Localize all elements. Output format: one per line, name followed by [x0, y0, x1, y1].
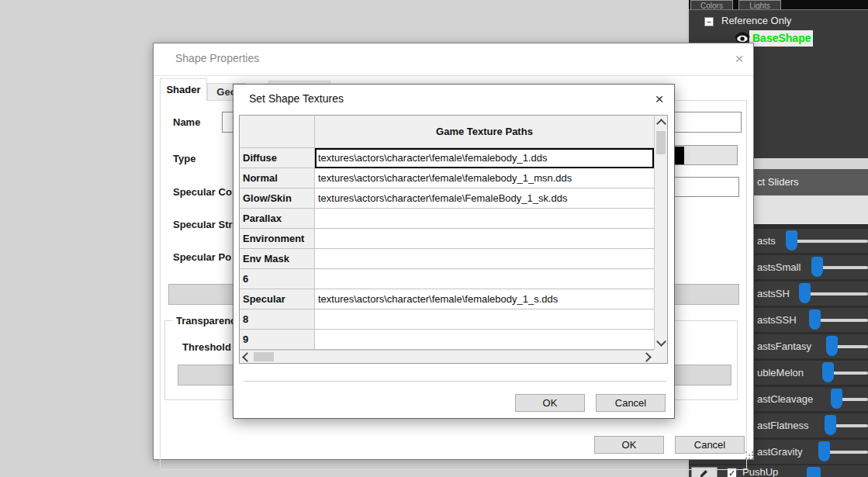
dialog-title: Set Shape Textures — [249, 92, 344, 105]
cancel-button[interactable]: Cancel — [675, 436, 745, 454]
transparency-group-label: Transparenc — [173, 315, 239, 327]
slider-label: astsSmall — [757, 255, 801, 279]
dialog-title: Shape Properties — [175, 52, 259, 64]
close-icon[interactable]: × — [652, 92, 666, 106]
slider-label: astsSH — [757, 282, 790, 306]
scroll-right-icon[interactable] — [641, 352, 652, 362]
row-header[interactable]: Normal — [240, 168, 315, 188]
texture-grid: Game Texture Paths Diffuse textures\acto… — [239, 115, 668, 364]
ok-button[interactable]: OK — [515, 394, 585, 412]
slider-track[interactable] — [832, 372, 868, 375]
slider-label: astGravity — [757, 440, 803, 464]
scroll-left-icon[interactable] — [242, 352, 252, 362]
slider-thumb[interactable] — [831, 389, 842, 409]
tab-shader[interactable]: Shader — [160, 78, 207, 101]
texture-path-cell[interactable] — [315, 309, 654, 330]
slider-label: PushUp — [742, 466, 778, 477]
slider-track[interactable] — [836, 345, 868, 348]
shape-name-label[interactable]: BaseShape — [752, 32, 811, 44]
texture-path-cell[interactable]: textures\actors\character\female\femaleb… — [315, 168, 654, 188]
slider-thumb[interactable] — [822, 362, 834, 382]
grid-header-row: Game Texture Paths — [240, 116, 654, 148]
table-row: 9 — [240, 330, 654, 350]
table-row: Specular textures\actors\character\femal… — [240, 289, 654, 309]
texture-path-cell[interactable] — [315, 209, 654, 229]
table-row: Diffuse textures\actors\character\female… — [240, 148, 654, 168]
close-icon[interactable]: × — [732, 52, 746, 66]
specular-strength-label: Specular Str — [173, 219, 233, 230]
titlebar-separator — [154, 75, 753, 76]
slider-track[interactable] — [835, 424, 868, 427]
texture-path-cell[interactable] — [315, 330, 654, 350]
slider-track[interactable] — [841, 398, 868, 401]
slider-thumb[interactable] — [818, 441, 830, 461]
row-header[interactable]: Glow/Skin — [240, 188, 315, 209]
threshold-label: Threshold — [182, 341, 231, 353]
horizontal-scrollbar[interactable] — [240, 350, 654, 363]
texture-path-cell[interactable] — [315, 229, 654, 249]
slider-thumb[interactable] — [807, 467, 821, 477]
slider-label: astFlatness — [757, 413, 808, 437]
texture-path-cell[interactable]: textures\actors\character\female\FemaleB… — [315, 188, 654, 209]
row-header[interactable]: Parallax — [240, 209, 315, 229]
slider-track[interactable] — [796, 240, 868, 243]
row-header[interactable]: Environment — [240, 229, 315, 249]
scrollbar-thumb[interactable] — [254, 352, 274, 361]
scroll-down-icon[interactable] — [656, 337, 666, 347]
slider-track[interactable] — [821, 266, 868, 269]
row-header[interactable]: Specular — [240, 289, 315, 309]
slider-label: asts — [757, 229, 776, 253]
slider-label: astCleavage — [757, 387, 813, 411]
slider-thumb[interactable] — [825, 415, 836, 435]
slider-label: astsSSH — [757, 308, 797, 332]
scrollbar-thumb[interactable] — [656, 131, 666, 154]
row-header[interactable]: 9 — [240, 330, 315, 350]
tree-group-label[interactable]: Reference Only — [721, 15, 791, 26]
scroll-up-icon[interactable] — [656, 119, 666, 129]
resize-grip[interactable] — [745, 451, 747, 453]
type-label: Type — [173, 153, 195, 164]
sliders-header-label: ct Sliders — [757, 169, 798, 195]
grid-corner-cell — [240, 116, 315, 148]
slider-thumb[interactable] — [811, 257, 823, 277]
table-row: Environment — [240, 229, 654, 249]
tab-colors[interactable]: Colors — [690, 0, 733, 9]
slider-track[interactable] — [828, 451, 868, 454]
tree-collapse-icon[interactable]: − — [704, 17, 714, 26]
slider-label: ubleMelon — [757, 361, 804, 385]
row-header[interactable]: Env Mask — [240, 249, 315, 269]
slider-thumb[interactable] — [786, 230, 797, 251]
ok-button[interactable]: OK — [594, 436, 664, 454]
table-row: Glow/Skin textures\actors\character\fema… — [240, 188, 654, 209]
name-label: Name — [173, 116, 200, 128]
grid-column-header: Game Texture Paths — [315, 116, 654, 148]
slider-label: astsFantasy — [757, 334, 811, 358]
specular-color-label: Specular Co — [173, 186, 232, 198]
tab-lights[interactable]: Lights — [738, 0, 781, 9]
slider-thumb[interactable] — [809, 309, 821, 330]
app-screen: Colors Lights − Reference Only BaseShape… — [0, 0, 868, 477]
button-separator — [244, 381, 666, 382]
slider-thumb[interactable] — [799, 283, 811, 303]
vertical-scrollbar[interactable] — [654, 116, 667, 350]
slider-track[interactable] — [819, 319, 868, 322]
side-panel-tabstrip: Colors Lights — [689, 0, 868, 9]
table-row: Normal textures\actors\character\female\… — [240, 168, 654, 188]
row-header[interactable]: Diffuse — [240, 148, 315, 168]
table-row: Parallax — [240, 209, 654, 229]
row-header[interactable]: 6 — [240, 269, 315, 289]
slider-thumb[interactable] — [826, 336, 838, 356]
texture-path-cell[interactable]: textures\actors\character\female\femaleb… — [315, 148, 654, 168]
specular-power-label: Specular Po — [173, 251, 231, 263]
table-row: 6 — [240, 269, 654, 289]
texture-path-cell[interactable] — [315, 269, 654, 289]
table-row: 8 — [240, 309, 654, 330]
table-row: Env Mask — [240, 249, 654, 269]
texture-path-cell[interactable] — [315, 249, 654, 269]
set-shape-textures-dialog: Set Shape Textures × Game Texture Paths … — [233, 84, 675, 419]
row-header[interactable]: 8 — [240, 309, 315, 330]
cancel-button[interactable]: Cancel — [596, 394, 666, 412]
slider-track[interactable] — [809, 292, 868, 296]
texture-path-cell[interactable]: textures\actors\character\female\femaleb… — [315, 289, 654, 309]
